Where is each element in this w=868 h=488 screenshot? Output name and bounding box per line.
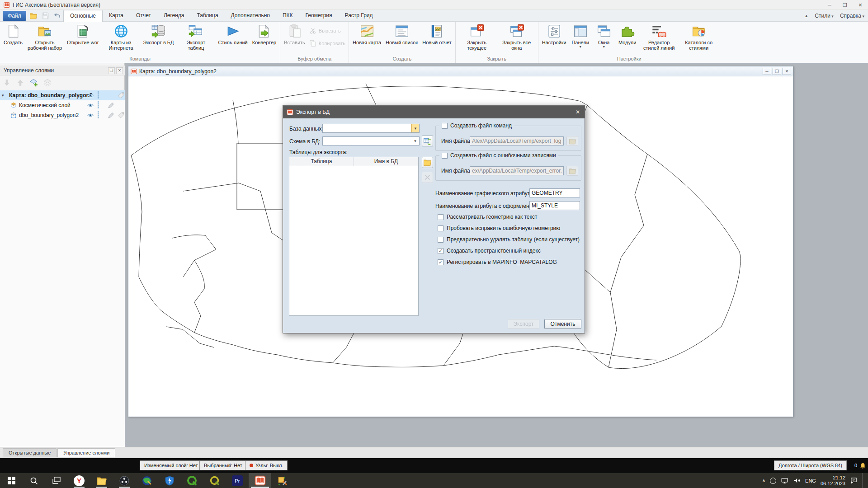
- new-list-button[interactable]: Новый список: [383, 23, 420, 45]
- new-report-button[interactable]: Новый отчет: [420, 23, 453, 45]
- dialog-close-icon[interactable]: ✕: [574, 108, 582, 116]
- crs-status[interactable]: Долгота / Широта (WGS 84): [774, 460, 847, 470]
- file-menu-button[interactable]: Файл: [3, 11, 26, 21]
- map-minimize-button[interactable]: ─: [763, 68, 771, 75]
- selectable-icon[interactable]: [98, 102, 105, 109]
- notification-counter[interactable]: 0: [854, 460, 866, 470]
- copy-button[interactable]: Копировать: [307, 39, 347, 48]
- show-desktop-button[interactable]: [862, 473, 864, 488]
- network-icon[interactable]: [781, 477, 788, 484]
- column-header-db-name[interactable]: Имя в БД: [354, 157, 418, 166]
- converter-button[interactable]: Конвертер: [250, 23, 278, 45]
- collapse-ribbon-icon[interactable]: ▲: [804, 14, 808, 18]
- map-close-button[interactable]: ✕: [783, 68, 791, 75]
- spatial-index-row[interactable]: ✓ Создавать пространственный индекс: [438, 248, 541, 254]
- search-button[interactable]: [23, 473, 45, 488]
- schema-combobox[interactable]: ▼: [322, 136, 420, 145]
- export-db-button[interactable]: Экспорт в БД: [141, 23, 176, 45]
- tree-row-cosmetic-layer[interactable]: Косметический слой: [0, 100, 125, 110]
- export-tables-button[interactable]: Экспорт таблиц: [176, 23, 216, 51]
- mapcatalog-row[interactable]: ✓ Регистрировать в MAPINFO_MAPCATALOG: [438, 259, 557, 265]
- tab-legenda[interactable]: Легенда: [157, 10, 191, 22]
- hidden-icons-chevron[interactable]: ∧: [762, 478, 765, 483]
- layer-down-button[interactable]: [2, 78, 12, 88]
- export-button[interactable]: Экспорт: [508, 319, 539, 329]
- map-restore-button[interactable]: ❐: [773, 68, 781, 75]
- pencil-icon[interactable]: [108, 102, 115, 109]
- chevron-down-icon[interactable]: ▼: [411, 137, 419, 145]
- eye-icon[interactable]: [87, 92, 94, 99]
- tab-pkk[interactable]: ПКК: [276, 10, 299, 22]
- speaker-icon[interactable]: [793, 477, 801, 484]
- style-attribute-input[interactable]: [529, 201, 580, 210]
- undo-icon[interactable]: [52, 11, 61, 20]
- tab-karta[interactable]: Карта: [103, 10, 130, 22]
- spatial-index-checkbox[interactable]: ✓: [438, 248, 443, 254]
- style-catalogs-button[interactable]: Каталоги со стилями: [679, 23, 719, 51]
- start-button[interactable]: [0, 473, 23, 488]
- float-panel-button[interactable]: ❐: [108, 67, 115, 74]
- fix-geometry-checkbox[interactable]: [438, 225, 443, 231]
- tab-osnovnye[interactable]: Основные: [63, 10, 103, 22]
- column-header-table[interactable]: Таблица: [289, 157, 354, 166]
- line-style-editor-button[interactable]: Редактор стилей линий: [639, 23, 679, 51]
- tab-otchet[interactable]: Отчет: [130, 10, 157, 22]
- taskbar-yandex-browser[interactable]: Y: [68, 473, 90, 488]
- tab-open-data[interactable]: Открытые данные: [3, 448, 57, 457]
- eye-icon[interactable]: [87, 102, 94, 109]
- taskbar-shield-app[interactable]: [158, 473, 181, 488]
- tree-row-map[interactable]: ▾ Карта: dbo_boundary_polygon2: [0, 90, 125, 100]
- language-indicator[interactable]: ENG: [805, 478, 816, 483]
- add-layer-button[interactable]: [29, 78, 39, 88]
- selection-status[interactable]: Выбранный: Нет: [199, 460, 247, 470]
- fix-geometry-row[interactable]: Пробовать исправить ошибочную геометрию: [438, 225, 560, 231]
- close-panel-button[interactable]: ✕: [116, 67, 123, 74]
- layer-up-button[interactable]: [15, 78, 25, 88]
- refresh-schema-button[interactable]: [422, 136, 433, 146]
- tab-geometriya[interactable]: Геометрия: [299, 10, 339, 22]
- chevron-down-icon[interactable]: ▼: [411, 124, 419, 132]
- pencil-icon[interactable]: [108, 112, 115, 119]
- windows-button[interactable]: Окна▾: [592, 23, 616, 49]
- modules-button[interactable]: Модули: [616, 23, 639, 45]
- drop-table-checkbox[interactable]: [438, 237, 443, 243]
- drop-table-row[interactable]: Предварительно удалять таблицу (если сущ…: [438, 236, 580, 243]
- tag-icon[interactable]: [118, 112, 125, 119]
- styles-menu[interactable]: Стили: [815, 13, 834, 19]
- create-error-file-checkbox[interactable]: [442, 153, 448, 159]
- tab-rastr-grid[interactable]: Растр Грид: [339, 10, 379, 22]
- selectable-icon[interactable]: [98, 92, 105, 99]
- tab-dopolnitelno[interactable]: Дополнительно: [225, 10, 276, 22]
- layers-options-button[interactable]: [42, 78, 52, 88]
- expander-icon[interactable]: ▾: [2, 93, 7, 98]
- open-wor-button[interactable]: Открытие wor: [65, 23, 101, 45]
- selectable-icon[interactable]: [98, 112, 105, 119]
- command-file-input[interactable]: [470, 136, 564, 145]
- create-button[interactable]: Создать: [1, 23, 25, 45]
- save-icon[interactable]: [41, 11, 50, 20]
- help-menu[interactable]: Справка: [840, 13, 864, 19]
- clock[interactable]: 21:12 06.12.2023: [821, 475, 845, 487]
- taskbar-obs[interactable]: [113, 473, 136, 488]
- cancel-button[interactable]: Отменить: [544, 319, 581, 329]
- taskbar-premiere[interactable]: Pr: [226, 473, 249, 488]
- map-window-titlebar[interactable]: Карта: dbo_boundary_polygon2 ─ ❐ ✕: [128, 66, 793, 76]
- editable-layer-status[interactable]: Изменяемый слой: Нет: [140, 460, 203, 470]
- mapcatalog-checkbox[interactable]: ✓: [438, 259, 443, 265]
- settings-button[interactable]: Настройки: [540, 23, 569, 45]
- taskbar-qgis-ltr[interactable]: [203, 473, 226, 488]
- geometry-as-text-row[interactable]: Рассматривать геометрию как текст: [438, 214, 537, 220]
- tray-circle-icon[interactable]: [770, 478, 776, 484]
- notification-center-icon[interactable]: [850, 477, 858, 484]
- browse-error-file-button[interactable]: [566, 166, 578, 176]
- new-map-button[interactable]: Новая карта: [350, 23, 383, 45]
- remove-table-button[interactable]: [422, 172, 433, 183]
- line-style-button[interactable]: Стиль линий: [216, 23, 250, 45]
- cut-button[interactable]: Вырезать: [307, 26, 347, 35]
- taskbar-file-explorer[interactable]: [90, 473, 113, 488]
- web-maps-button[interactable]: Карты из Интернета: [101, 23, 141, 51]
- database-combobox[interactable]: ▼: [322, 124, 420, 133]
- geometry-as-text-checkbox[interactable]: [438, 214, 443, 220]
- tag-icon[interactable]: [118, 92, 125, 99]
- browse-command-file-button[interactable]: [566, 136, 578, 146]
